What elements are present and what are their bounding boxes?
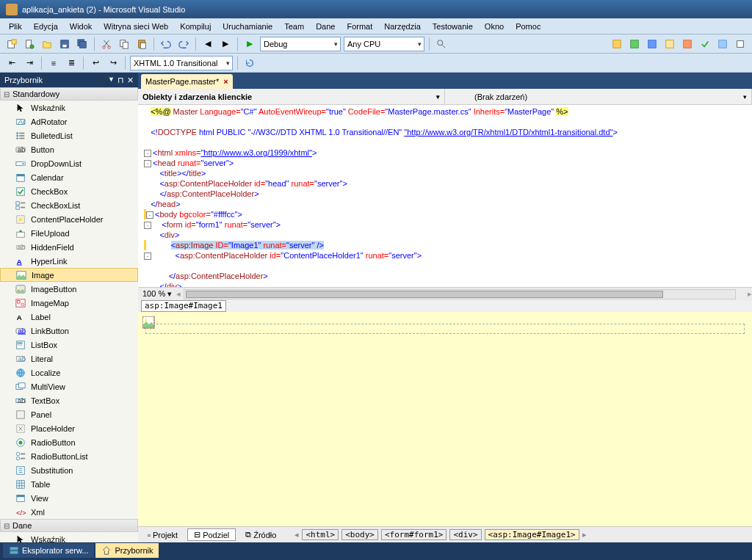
toolbox-item-placeholder[interactable]: PlaceHolder (0, 421, 138, 435)
toolbox-item-textbox[interactable]: ablTextBox (0, 393, 138, 407)
platform-dropdown[interactable]: Any CPU (344, 37, 424, 51)
toolbox-item-radiobutton[interactable]: RadioButton (0, 435, 138, 449)
menu-build[interactable]: Kompiluj (174, 21, 217, 32)
menu-test[interactable]: Testowanie (427, 21, 479, 32)
nav-fwd-btn[interactable]: ▶ (217, 36, 234, 52)
menu-window[interactable]: Okno (479, 21, 510, 32)
toolbox-item-bulletedlist[interactable]: BulletedList (0, 128, 138, 142)
ext1-btn[interactable] (609, 36, 625, 52)
comment-btn[interactable]: ≡ (46, 55, 62, 71)
tab-close-icon[interactable]: × (223, 77, 228, 86)
run-btn[interactable]: ▶ (242, 36, 258, 52)
crumb-nav-left[interactable]: ◂ (294, 530, 299, 539)
dropdown-icon[interactable]: ▼ (108, 76, 115, 85)
breadcrumb-html[interactable]: <html> (302, 529, 339, 540)
breadcrumb-form[interactable]: <form#form1> (381, 529, 446, 540)
toolbox-item-xml[interactable]: </>Xml (0, 505, 138, 519)
menu-data[interactable]: Dane (310, 21, 341, 32)
toolbox-category-data[interactable]: Dane (0, 519, 138, 532)
content-placeholder-region[interactable] (145, 324, 745, 334)
ext6-btn[interactable] (697, 36, 713, 52)
toolbox-category-standard[interactable]: Standardowy (0, 87, 138, 101)
menu-website[interactable]: Witryna sieci Web (98, 21, 174, 32)
design-surface[interactable] (138, 312, 752, 526)
toolbox-item-radiobuttonlist[interactable]: RadioButtonList (0, 449, 138, 463)
toolbox-item-listbox[interactable]: ListBox (0, 338, 138, 352)
toolbox-item-checkbox[interactable]: CheckBox (0, 184, 138, 198)
events-dropdown[interactable]: (Brak zdarzeń) ▾ (445, 89, 752, 104)
design-selected-tag[interactable]: asp:Image#Image1 (141, 300, 226, 312)
ext4-btn[interactable] (662, 36, 678, 52)
config-dropdown[interactable]: Debug (260, 37, 341, 51)
indent-btn[interactable]: ⇥ (21, 55, 37, 71)
wrap-btn[interactable]: ↩ (87, 55, 104, 71)
toolbox-item-image[interactable]: Image (0, 268, 138, 282)
ext7-btn[interactable] (715, 36, 731, 52)
toolbox-item-wskaźnik[interactable]: Wskaźnik (0, 532, 138, 542)
toolbox-item-hiddenfield[interactable]: ablHiddenField (0, 240, 138, 254)
menu-team[interactable]: Team (278, 21, 310, 32)
bottom-tab-server-explorer[interactable]: Eksplorator serw... (3, 543, 94, 558)
menu-format[interactable]: Format (341, 21, 378, 32)
toolbox-item-fileupload[interactable]: FileUpload (0, 226, 138, 240)
open-btn[interactable] (39, 36, 55, 52)
object-dropdown[interactable]: Obiekty i zdarzenia klienckie ▾ (138, 89, 445, 104)
crumb-nav-right[interactable]: ▸ (582, 530, 587, 539)
toolbox-item-view[interactable]: View (0, 491, 138, 505)
save-btn[interactable] (57, 36, 73, 52)
menu-edit[interactable]: Edycja (28, 21, 64, 32)
toolbox-item-contentplaceholder[interactable]: ContentPlaceHolder (0, 212, 138, 226)
menu-view[interactable]: Widok (64, 21, 98, 32)
outdent-btn[interactable]: ⇤ (4, 55, 20, 71)
menu-tools[interactable]: Narzędzia (378, 21, 427, 32)
new-project-btn[interactable] (4, 36, 20, 52)
document-tab[interactable]: MasterPage.master* × (141, 74, 233, 89)
toolbox-item-calendar[interactable]: Calendar (0, 170, 138, 184)
ext2-btn[interactable] (626, 36, 643, 52)
find-btn[interactable] (433, 36, 449, 52)
toolbox-item-wskaźnik[interactable]: Wskaźnik (0, 101, 138, 114)
breadcrumb-div[interactable]: <div> (449, 529, 481, 540)
zoom-dropdown[interactable]: 100 % ▾ (138, 289, 176, 299)
toolbox-item-button[interactable]: abButton (0, 142, 138, 156)
toolbox-item-imagemap[interactable]: ImageMap (0, 296, 138, 310)
menu-file[interactable]: Plik (3, 21, 28, 32)
nav-back-btn[interactable]: ◀ (200, 36, 216, 52)
view-tab-design[interactable]: ▫ Projekt (141, 529, 184, 541)
paste-btn[interactable] (134, 36, 150, 52)
image-control[interactable] (142, 316, 156, 330)
view-tab-split[interactable]: ⊟ Podziel (187, 528, 236, 541)
code-editor[interactable]: <%@ Master Language="C#" AutoEventWireup… (138, 105, 752, 287)
toolbox-item-localize[interactable]: Localize (0, 366, 138, 379)
toolbox-item-adrotator[interactable]: AdAdRotator (0, 114, 138, 128)
bottom-tab-toolbox[interactable]: Przybornik (95, 543, 159, 558)
toolbox-item-multiview[interactable]: MultiView (0, 379, 138, 393)
view-tab-source[interactable]: ⧉ Źródło (239, 528, 283, 541)
cut-btn[interactable] (98, 36, 115, 52)
toolbox-item-panel[interactable]: Panel (0, 407, 138, 421)
pin-icon[interactable]: ⊓ (118, 76, 124, 85)
undo-btn[interactable] (158, 36, 174, 52)
uncomment-btn[interactable]: ≣ (63, 55, 79, 71)
toolbox-item-literal[interactable]: abLiteral (0, 352, 138, 366)
refresh-btn[interactable] (242, 55, 258, 71)
redo-btn[interactable] (176, 36, 192, 52)
menu-help[interactable]: Pomoc (510, 21, 546, 32)
toolbox-item-imagebutton[interactable]: ImageButton (0, 282, 138, 296)
breadcrumb-body[interactable]: <body> (341, 529, 378, 540)
horizontal-scrollbar[interactable] (184, 289, 736, 299)
toolbox-item-label[interactable]: ALabel (0, 310, 138, 324)
menu-debug[interactable]: Uruchamianie (217, 21, 278, 32)
doctype-dropdown[interactable]: XHTML 1.0 Transitional (130, 56, 233, 70)
toolbox-item-substitution[interactable]: Substitution (0, 463, 138, 477)
close-icon[interactable]: ✕ (127, 76, 134, 85)
ext3-btn[interactable] (644, 36, 660, 52)
ext5-btn[interactable] (679, 36, 695, 52)
add-item-btn[interactable] (21, 36, 37, 52)
toolbox-item-checkboxlist[interactable]: CheckBoxList (0, 198, 138, 212)
breadcrumb-image[interactable]: <asp:Image#Image1> (485, 529, 579, 540)
toolbox-item-table[interactable]: Table (0, 477, 138, 491)
ext8-btn[interactable] (732, 36, 748, 52)
wrap2-btn[interactable]: ↪ (105, 55, 121, 71)
save-all-btn[interactable] (74, 36, 90, 52)
